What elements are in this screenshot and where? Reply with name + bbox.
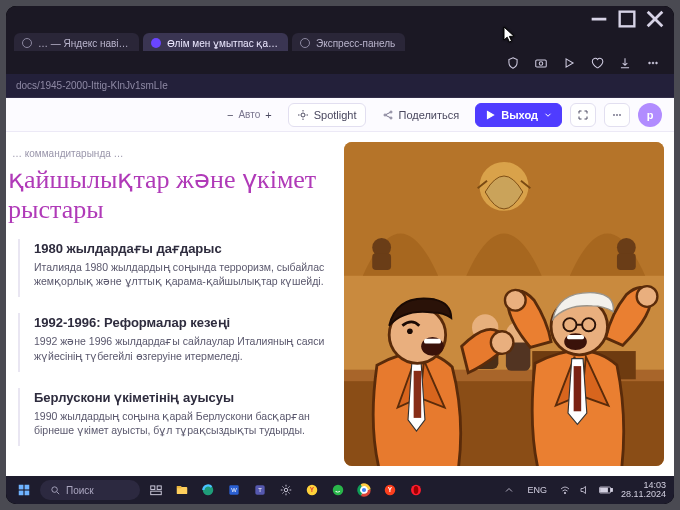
breadcrumb: … коммандитарында …: [12, 148, 330, 159]
browser-action-row: [6, 52, 674, 74]
camera-icon[interactable]: [532, 54, 550, 72]
svg-point-15: [613, 114, 615, 116]
maximize-icon[interactable]: [616, 8, 638, 30]
spotlight-button[interactable]: Spotlight: [288, 103, 366, 127]
taskbar: Поиск W T Y Y ENG 14:03 28.11.2024: [6, 476, 674, 504]
avatar-initial: p: [647, 109, 654, 121]
word-icon[interactable]: W: [224, 480, 244, 500]
zoom-out-icon[interactable]: −: [227, 109, 233, 121]
svg-point-13: [390, 117, 392, 119]
svg-point-76: [564, 492, 565, 493]
tab-label: Өлім мен ұмытпас қа…: [167, 38, 278, 49]
teams-icon[interactable]: T: [250, 480, 270, 500]
svg-rect-78: [611, 489, 613, 492]
shield-icon[interactable]: [504, 54, 522, 72]
opera-icon[interactable]: [406, 480, 426, 500]
browser-tab[interactable]: … — Яндекс наві…: [14, 33, 139, 51]
yandex-browser-icon[interactable]: Y: [380, 480, 400, 500]
ellipsis-icon[interactable]: [644, 54, 662, 72]
svg-point-63: [284, 488, 288, 492]
taskview-icon[interactable]: [146, 480, 166, 500]
whatsapp-icon[interactable]: [328, 480, 348, 500]
svg-text:W: W: [231, 487, 237, 493]
share-label: Поделиться: [399, 109, 460, 121]
svg-rect-57: [177, 486, 182, 488]
edge-icon[interactable]: [198, 480, 218, 500]
more-button[interactable]: [604, 103, 630, 127]
content-section: 1980 жылдардағы дағдарыс Италияда 1980 ж…: [18, 239, 330, 297]
share-button[interactable]: Поделиться: [374, 103, 468, 127]
clock-date: 28.11.2024: [621, 490, 666, 499]
exit-label: Выход: [501, 109, 538, 121]
taskbar-clock[interactable]: 14:03 28.11.2024: [621, 481, 666, 500]
globe-icon: [22, 38, 32, 48]
tab-label: Экспресс-панель: [316, 38, 395, 49]
battery-icon[interactable]: [599, 485, 613, 495]
close-icon[interactable]: [644, 8, 666, 30]
svg-point-7: [649, 62, 651, 64]
expand-button[interactable]: [570, 103, 596, 127]
content-section: Берлускони үкіметінің ауысуы 1990 жылдар…: [18, 388, 330, 446]
svg-point-16: [616, 114, 618, 116]
avatar[interactable]: p: [638, 103, 662, 127]
svg-rect-47: [19, 485, 24, 490]
svg-point-8: [652, 62, 654, 64]
explorer-icon[interactable]: [172, 480, 192, 500]
share-icon: [382, 109, 394, 121]
svg-point-66: [333, 485, 344, 496]
section-body: Италияда 1980 жылдардың соңында террориз…: [34, 260, 330, 289]
svg-point-37: [407, 328, 413, 334]
exit-button[interactable]: Выход: [475, 103, 562, 127]
chrome-icon[interactable]: [354, 480, 374, 500]
svg-rect-49: [19, 491, 24, 496]
wifi-icon[interactable]: [559, 484, 571, 496]
svg-rect-46: [567, 335, 584, 339]
tab-label: … — Яндекс наві…: [38, 38, 129, 49]
language-indicator[interactable]: ENG: [523, 483, 551, 497]
browser-tab[interactable]: Экспресс-панель: [292, 33, 405, 51]
svg-point-5: [539, 62, 543, 66]
svg-line-52: [57, 491, 59, 493]
search-placeholder: Поиск: [66, 485, 94, 496]
search-icon: [50, 485, 61, 496]
taskbar-search[interactable]: Поиск: [40, 480, 140, 500]
zoom-in-icon[interactable]: +: [265, 109, 271, 121]
svg-rect-48: [25, 485, 30, 490]
minimize-icon[interactable]: [588, 8, 610, 30]
svg-point-17: [619, 114, 621, 116]
svg-rect-55: [151, 491, 162, 495]
volume-icon[interactable]: [579, 484, 591, 496]
svg-rect-53: [151, 486, 155, 490]
svg-point-51: [52, 486, 58, 492]
content-section: 1992-1996: Реформалар кезеңі 1992 және 1…: [18, 313, 330, 371]
svg-rect-36: [424, 339, 441, 344]
tab-favicon: [151, 38, 161, 48]
expand-icon: [577, 109, 589, 121]
zoom-control[interactable]: − Авто +: [219, 103, 280, 127]
section-heading: 1992-1996: Реформалар кезеңі: [34, 315, 330, 330]
heart-icon[interactable]: [588, 54, 606, 72]
zoom-level: Авто: [238, 109, 260, 120]
address-path: docs/1945-2000-Ittig-KlnJv1smLIe: [16, 80, 168, 91]
svg-rect-32: [414, 371, 422, 418]
play-icon[interactable]: [560, 54, 578, 72]
svg-rect-22: [372, 253, 391, 270]
start-button[interactable]: [14, 480, 34, 500]
svg-point-33: [491, 331, 514, 354]
browser-tabstrip: … — Яндекс наві… Өлім мен ұмытпас қа… Эк…: [6, 32, 674, 52]
svg-point-71: [362, 488, 366, 492]
svg-point-10: [301, 113, 305, 117]
svg-point-40: [637, 286, 658, 307]
settings-icon[interactable]: [276, 480, 296, 500]
svg-point-75: [414, 486, 419, 494]
spotlight-label: Spotlight: [314, 109, 357, 121]
svg-text:Y: Y: [310, 486, 315, 493]
app-toolbar: − Авто + Spotlight Поделиться Выход: [6, 98, 674, 132]
page-title: қайшылықтар және үкімет рыстары: [6, 165, 330, 225]
download-icon[interactable]: [616, 54, 634, 72]
chevron-up-icon[interactable]: [503, 484, 515, 496]
yandex-icon[interactable]: Y: [302, 480, 322, 500]
browser-tab-active[interactable]: Өлім мен ұмытпас қа…: [143, 33, 288, 51]
svg-point-9: [656, 62, 658, 64]
svg-text:T: T: [258, 487, 262, 493]
